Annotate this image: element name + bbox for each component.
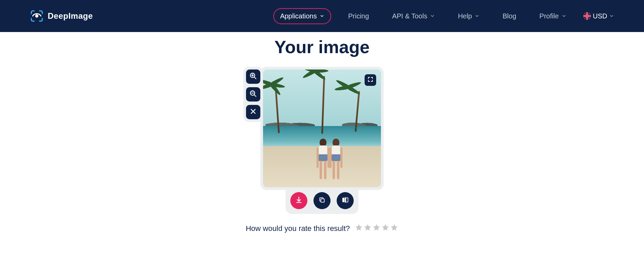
fullscreen-icon bbox=[367, 76, 373, 84]
zoom-in-icon bbox=[249, 72, 257, 81]
svg-line-2 bbox=[254, 77, 256, 79]
star-4[interactable] bbox=[381, 223, 389, 234]
image-card bbox=[260, 67, 384, 190]
compare-button[interactable] bbox=[337, 192, 354, 209]
figure-person bbox=[317, 139, 329, 179]
brand-name: DeepImage bbox=[48, 11, 93, 21]
side-toolbar bbox=[243, 67, 263, 122]
download-icon bbox=[295, 196, 303, 205]
brand-logo[interactable]: DeepImage bbox=[30, 10, 93, 22]
nav-profile[interactable]: Profile bbox=[533, 9, 572, 24]
copy-button[interactable] bbox=[313, 192, 331, 209]
result-image bbox=[263, 69, 381, 187]
bottom-toolbar bbox=[286, 189, 358, 214]
nav-api-tools-label: API & Tools bbox=[392, 12, 427, 20]
chevron-down-icon bbox=[430, 14, 435, 18]
nav-applications-label: Applications bbox=[280, 12, 317, 20]
zoom-in-button[interactable] bbox=[246, 69, 260, 84]
main-content: Your image bbox=[0, 32, 644, 234]
copy-icon bbox=[319, 197, 325, 205]
chevron-down-icon bbox=[562, 14, 566, 18]
app-header: DeepImage Applications Pricing API & Too… bbox=[0, 0, 644, 32]
rating-section: How would you rate this result? bbox=[0, 223, 644, 234]
nav-pricing[interactable]: Pricing bbox=[342, 9, 375, 24]
zoom-out-icon bbox=[249, 90, 257, 99]
nav-api-tools[interactable]: API & Tools bbox=[386, 9, 441, 24]
download-button[interactable] bbox=[290, 192, 307, 209]
nav-help[interactable]: Help bbox=[452, 9, 486, 24]
svg-rect-11 bbox=[342, 198, 344, 202]
nav-applications[interactable]: Applications bbox=[273, 8, 331, 24]
svg-point-0 bbox=[36, 15, 38, 17]
rating-prompt: How would you rate this result? bbox=[246, 224, 350, 233]
nav-blog[interactable]: Blog bbox=[496, 9, 522, 24]
brand-logo-icon bbox=[30, 10, 44, 22]
image-workspace bbox=[0, 67, 644, 215]
nav-profile-label: Profile bbox=[539, 12, 559, 20]
svg-rect-12 bbox=[346, 198, 348, 202]
star-3[interactable] bbox=[372, 223, 381, 234]
svg-rect-10 bbox=[321, 199, 324, 202]
star-5[interactable] bbox=[390, 223, 398, 234]
zoom-out-button[interactable] bbox=[246, 87, 260, 102]
compare-icon bbox=[341, 196, 349, 205]
uk-flag-icon bbox=[583, 12, 591, 20]
figure-person bbox=[330, 139, 342, 179]
close-icon bbox=[250, 108, 257, 116]
main-nav: Applications Pricing API & Tools Help Bl… bbox=[273, 8, 614, 24]
chevron-down-icon bbox=[320, 14, 324, 18]
chevron-down-icon bbox=[475, 14, 479, 18]
page-title: Your image bbox=[0, 37, 644, 57]
nav-help-label: Help bbox=[458, 12, 472, 20]
svg-line-6 bbox=[254, 95, 256, 97]
star-2[interactable] bbox=[364, 223, 372, 234]
nav-pricing-label: Pricing bbox=[348, 12, 369, 20]
nav-blog-label: Blog bbox=[503, 12, 516, 20]
fullscreen-button[interactable] bbox=[365, 74, 376, 86]
chevron-down-icon bbox=[609, 14, 614, 18]
currency-selector[interactable]: USD bbox=[583, 12, 614, 20]
rating-stars bbox=[355, 223, 398, 234]
star-1[interactable] bbox=[355, 223, 363, 234]
close-button[interactable] bbox=[246, 105, 260, 119]
currency-label: USD bbox=[593, 12, 607, 20]
